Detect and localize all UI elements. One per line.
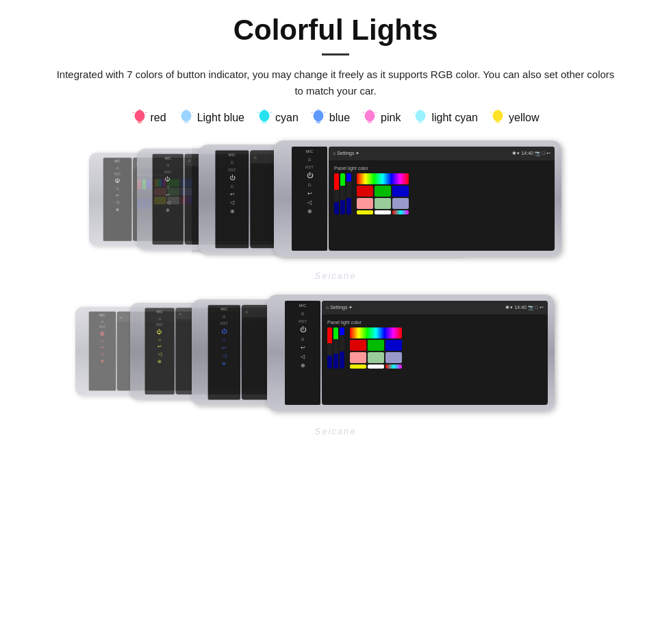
top-device-group: MIC ⌂ RST ⏻ ⌂ ↩ ◁ ⊕ ⌂Settings ✦✱ ▾ 14:40…	[55, 140, 616, 284]
svg-line-13	[257, 112, 259, 113]
svg-line-24	[375, 112, 377, 113]
svg-line-18	[312, 112, 313, 113]
svg-line-19	[324, 112, 325, 113]
device-screen-b4: ⌂ Settings ✦ ✱ ▾ 14:40 📷 □ ↩ Panel light…	[322, 301, 548, 405]
device-left-panel-b1: MIC ⌂ RST ⏻ ⌂ ↩ ◁ ⊕	[89, 312, 116, 391]
svg-rect-26	[419, 122, 422, 123]
description-text: Integrated with 7 colors of button indic…	[55, 66, 616, 99]
color-label-yellow: yellow	[509, 112, 539, 124]
color-item-cyan: cyan	[257, 109, 299, 127]
device-unit-4: MIC ⌂ RST ⏻ ⌂ ↩ ◁ ⊕ ⌂ Settings ✦ ✱ ▾ 14:…	[274, 140, 561, 257]
svg-line-29	[427, 112, 428, 113]
bottom-device-group: MIC ⌂ RST ⏻ ⌂ ↩ ◁ ⊕ ⌂◁ MIC ⌂	[55, 295, 616, 442]
color-item-red: red	[132, 109, 166, 127]
color-label-lightcyan: light cyan	[431, 112, 478, 124]
device-unit-b4: MIC ⌂ RST ⏻ ⌂ ↩ ◁ ⊕ ⌂ Settings ✦ ✱ ▾ 14:…	[267, 295, 555, 411]
svg-point-25	[416, 110, 426, 122]
bulb-icon-lightcyan	[413, 109, 428, 127]
color-label-cyan: cyan	[275, 112, 299, 124]
panel-light-label: Panel light color	[334, 166, 549, 171]
svg-point-0	[134, 110, 144, 122]
svg-point-5	[181, 110, 191, 122]
bulb-icon-cyan	[257, 109, 272, 127]
svg-line-9	[192, 112, 193, 113]
svg-line-28	[414, 112, 415, 113]
svg-line-3	[132, 112, 134, 113]
bulb-icon-lightblue	[179, 109, 194, 127]
bulb-icon-blue	[311, 109, 326, 127]
watermark-bottom: Seicane	[315, 426, 357, 436]
device-left-panel-1: MIC ⌂ RST ⏻ ⌂ ↩ ◁ ⊕	[103, 158, 132, 241]
svg-line-4	[145, 112, 147, 113]
svg-rect-16	[316, 122, 320, 123]
color-label-red: red	[151, 112, 166, 124]
bulb-icon-pink	[362, 109, 377, 127]
svg-rect-1	[138, 122, 141, 123]
bulb-icon-red	[132, 109, 147, 127]
device-screen-4: ⌂ Settings ✦ ✱ ▾ 14:40 📷 □ ↩ Panel light…	[329, 147, 555, 251]
svg-rect-6	[184, 122, 188, 123]
page-title: Colorful Lights	[233, 14, 438, 47]
color-item-lightblue: Light blue	[179, 109, 244, 127]
device-left-panel-4: MIC ⌂ RST ⏻ ⌂ ↩ ◁ ⊕	[292, 147, 327, 251]
color-item-lightcyan: light cyan	[413, 109, 478, 127]
device-left-panel-2: MIC ⌂ RST ⏻ ⌂ ↩ ◁ ⊕	[153, 154, 183, 245]
color-label-blue: blue	[329, 112, 350, 124]
svg-rect-21	[368, 122, 372, 123]
color-item-pink: pink	[362, 109, 401, 127]
color-item-blue: blue	[311, 109, 350, 127]
svg-line-34	[503, 112, 505, 113]
svg-rect-11	[263, 122, 266, 123]
color-label-pink: pink	[381, 112, 401, 124]
device-left-panel-b2: MIC ⌂ RST ⏻ ⌂ ↩ ◁ ⊕	[145, 308, 175, 394]
color-item-yellow: yellow	[490, 109, 539, 127]
svg-point-15	[313, 110, 323, 122]
watermark-top: Seicane	[315, 271, 357, 281]
svg-point-10	[259, 110, 270, 122]
color-palette-row: red Light blue cyan	[132, 109, 540, 127]
svg-point-30	[493, 110, 503, 122]
device-left-panel-3: MIC ⌂ RST ⏻ ⌂ ↩ ◁ ⊕	[215, 150, 249, 248]
panel-light-label-b: Panel light color	[327, 320, 542, 325]
device-left-panel-b4: MIC ⌂ RST ⏻ ⌂ ↩ ◁ ⊕	[285, 301, 320, 405]
svg-line-8	[179, 112, 180, 113]
svg-rect-31	[496, 122, 500, 123]
device-left-panel-b3: MIC ⌂ RST ⏻ ⌂ ↩ ◁ ⊕	[208, 305, 240, 399]
svg-point-20	[365, 110, 375, 122]
color-label-lightblue: Light blue	[197, 112, 244, 124]
svg-line-33	[491, 112, 492, 113]
svg-line-14	[270, 112, 271, 113]
bulb-icon-yellow	[490, 109, 505, 127]
svg-line-23	[363, 112, 364, 113]
title-divider	[322, 53, 349, 55]
